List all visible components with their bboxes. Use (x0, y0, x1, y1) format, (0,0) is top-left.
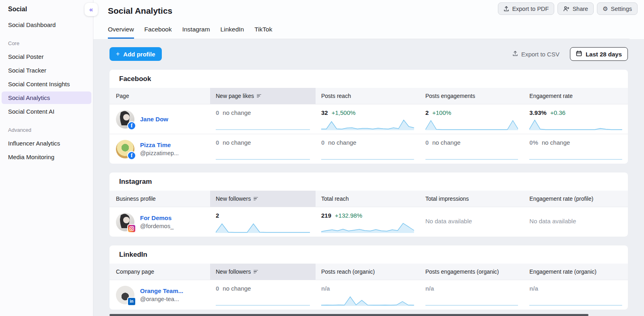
column-header-posts-engagements[interactable]: Posts engagements (420, 88, 524, 104)
tab-facebook[interactable]: Facebook (144, 26, 172, 39)
column-header-total-reach[interactable]: Total reach (316, 191, 420, 207)
instagram-table-header: Business profile New followers Total rea… (109, 191, 628, 207)
gear-icon: ⚙ (603, 6, 608, 12)
share-button[interactable]: Share (557, 2, 594, 15)
metric-change: no change (223, 139, 251, 146)
column-header-posts-engagements-organic[interactable]: Posts engagements (organic) (420, 264, 524, 280)
column-header-posts-reach-organic[interactable]: Posts reach (organic) (316, 264, 420, 280)
sidebar-section-advanced: Advanced (0, 119, 93, 137)
linkedin-card-title: LinkedIn (109, 245, 628, 264)
share-person-icon (563, 6, 570, 12)
column-header-business-profile[interactable]: Business profile (109, 191, 210, 207)
sparkline (216, 149, 310, 160)
no-data-label: No data available (529, 212, 622, 225)
tab-overview[interactable]: Overview (108, 26, 134, 39)
metric-cell-new-followers: 0no change (210, 280, 316, 310)
facebook-table-header: Page New page likes Posts reach Posts en… (109, 88, 628, 104)
profile-name-link[interactable]: Jane Dow (140, 115, 168, 123)
sidebar-item-social-content-ai[interactable]: Social Content AI (0, 105, 93, 118)
facebook-card: Facebook Page New page likes Posts reach… (109, 70, 628, 164)
tab-tiktok[interactable]: TikTok (254, 26, 272, 39)
metric-cell-new-page-likes: 0no change (210, 134, 316, 164)
metric-cell-posts-reach: 0no change (316, 134, 420, 164)
sidebar-collapse-button[interactable]: « (85, 3, 98, 16)
avatar: f (116, 140, 134, 158)
upload-icon (512, 50, 518, 58)
metric-change: no change (223, 109, 251, 116)
metric-change: +132.98% (335, 212, 362, 219)
metric-value: n/a (529, 285, 538, 292)
metric-cell-posts-engagements-organic: n/a (420, 280, 524, 310)
sparkline (529, 119, 622, 130)
sidebar-item-social-content-insights[interactable]: Social Content Insights (0, 78, 93, 90)
table-row: f Pizza Time @pizzatimep... 0no change 0… (109, 134, 628, 164)
column-header-new-followers[interactable]: New followers (210, 264, 316, 280)
instagram-badge-icon (127, 224, 136, 233)
linkedin-card: LinkedIn Company page New followers Post… (109, 245, 628, 310)
horizontal-scrollbar[interactable] (109, 314, 588, 316)
instagram-card-title: Instagram (109, 173, 628, 191)
metric-value: n/a (321, 285, 330, 292)
metric-cell-new-page-likes: 0no change (210, 104, 316, 134)
tab-instagram[interactable]: Instagram (182, 26, 210, 39)
linkedin-badge-icon: in (127, 297, 136, 306)
settings-button[interactable]: ⚙ Settings (597, 2, 638, 15)
metric-cell-posts-reach: 32+1,500% (316, 104, 420, 134)
profile-name-link[interactable]: Pizza Time (140, 141, 179, 149)
metric-change: no change (432, 139, 460, 146)
sidebar-item-social-tracker[interactable]: Social Tracker (0, 64, 93, 77)
sidebar-item-influencer-analytics[interactable]: Influencer Analytics (0, 137, 93, 150)
profile-handle: @orange-tea... (140, 295, 183, 303)
column-header-posts-reach[interactable]: Posts reach (316, 88, 420, 104)
date-range-button[interactable]: Last 28 days (570, 47, 628, 61)
main-area: Social Analytics Export to PDF Share ⚙ S… (93, 0, 644, 310)
sparkline (425, 295, 518, 306)
metric-value: 0 (425, 139, 429, 146)
add-profile-button[interactable]: + Add profile (109, 47, 162, 61)
add-profile-label: Add profile (123, 51, 155, 58)
column-header-new-followers[interactable]: New followers (210, 191, 316, 207)
avatar: in (116, 286, 134, 304)
metric-value: 0 (321, 139, 324, 146)
column-header-new-page-likes[interactable]: New page likes (210, 88, 316, 104)
page-header: Social Analytics Export to PDF Share ⚙ S… (93, 0, 644, 39)
collapse-chevron-icon: « (89, 6, 93, 14)
export-csv-button[interactable]: Export to CSV (512, 50, 559, 58)
header-actions: Export to PDF Share ⚙ Settings (498, 2, 638, 15)
column-header-engagement-rate-organic[interactable]: Engagement rate (organic) (524, 264, 628, 280)
tab-linkedin[interactable]: LinkedIn (221, 26, 244, 39)
column-header-engagement-rate[interactable]: Engagement rate (524, 88, 628, 104)
metric-value: n/a (425, 285, 434, 292)
sidebar-item-social-poster[interactable]: Social Poster (0, 50, 93, 63)
profile-name-link[interactable]: For Demos (140, 214, 173, 222)
export-csv-label: Export to CSV (521, 51, 559, 58)
metric-cell-total-reach: 219+132.98% (316, 207, 420, 237)
toolbar-right: Export to CSV Last 28 days (512, 47, 628, 61)
column-header-page[interactable]: Page (109, 88, 210, 104)
metric-cell-engagement-rate: 0%no change (524, 134, 628, 164)
sparkline (321, 119, 414, 130)
sidebar-item-media-monitoring[interactable]: Media Monitoring (0, 151, 93, 163)
profile-cell: f Pizza Time @pizzatimep... (109, 134, 210, 164)
plus-icon: + (116, 50, 120, 58)
metric-value: 0 (216, 109, 219, 116)
sparkline (529, 295, 622, 306)
sort-icon (254, 270, 258, 274)
profile-handle: @fordemos_ (140, 222, 173, 230)
table-row: For Demos @fordemos_ 2 219+132.98% No da… (109, 207, 628, 237)
export-pdf-button[interactable]: Export to PDF (498, 2, 554, 15)
metric-change: no change (328, 139, 356, 146)
profile-name-link[interactable]: Orange Team... (140, 287, 183, 295)
sort-icon (254, 197, 258, 201)
settings-label: Settings (611, 6, 632, 12)
column-header-engagement-rate-profile[interactable]: Engagement rate (profile) (524, 191, 628, 207)
metric-value: 32 (321, 109, 328, 116)
metric-change: no change (542, 139, 570, 146)
sidebar-item-social-analytics[interactable]: Social Analytics (2, 91, 91, 104)
facebook-badge-icon: f (127, 121, 136, 130)
sparkline (425, 149, 518, 160)
sidebar-item-social-dashboard[interactable]: Social Dashboard (0, 19, 93, 31)
column-header-total-impressions[interactable]: Total impressions (420, 191, 524, 207)
column-header-company-page[interactable]: Company page (109, 264, 210, 280)
sparkline (321, 222, 414, 233)
